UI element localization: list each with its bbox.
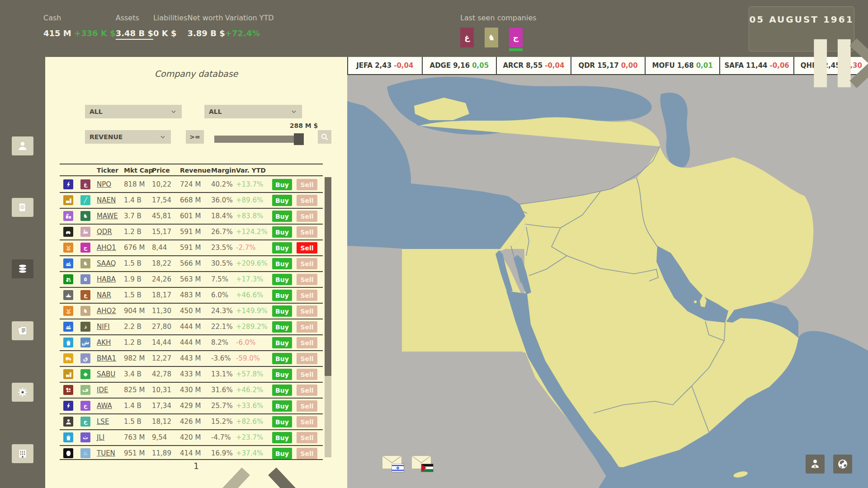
- buy-button[interactable]: Buy: [272, 416, 292, 427]
- sell-button[interactable]: Sell: [297, 290, 317, 301]
- chevron-down-icon: [159, 133, 166, 141]
- sidebar-item-ledger[interactable]: [12, 198, 33, 217]
- slider-handle[interactable]: [294, 133, 304, 145]
- ticker-link[interactable]: LSE: [97, 418, 109, 426]
- mail-israel[interactable]: [382, 455, 402, 469]
- ticker-link[interactable]: AHO1: [97, 244, 116, 252]
- ticker-quote[interactable]: QDR 15,17 0,00: [571, 57, 645, 74]
- ticker-quote[interactable]: ADGE 9,16 0,05: [423, 57, 496, 74]
- ticker-link[interactable]: NAR: [97, 291, 111, 299]
- search-button[interactable]: [318, 130, 331, 144]
- sidebar-item-settings[interactable]: [12, 383, 33, 402]
- ticker-link[interactable]: AHO2: [97, 307, 116, 315]
- mail-jordan[interactable]: [411, 455, 431, 469]
- ticker-link[interactable]: NAEN: [97, 196, 116, 204]
- next-page-button[interactable]: [214, 460, 224, 472]
- buy-button[interactable]: Buy: [272, 385, 292, 396]
- country-icon: ♞: [80, 258, 90, 268]
- buy-button[interactable]: Buy: [272, 337, 292, 348]
- trade-agent-button[interactable]: [806, 455, 825, 474]
- sell-button[interactable]: Sell: [297, 337, 317, 348]
- var-ytd-cell: +57.8%: [236, 370, 263, 378]
- sidebar-item-news[interactable]: [12, 321, 33, 340]
- bahrain-island[interactable]: [694, 300, 697, 303]
- revenue-threshold-slider[interactable]: [214, 136, 304, 143]
- sell-button[interactable]: Sell: [297, 258, 317, 269]
- play-button[interactable]: [795, 29, 808, 42]
- sell-button[interactable]: Sell: [297, 226, 317, 238]
- ticker-link[interactable]: NIFI: [97, 323, 110, 331]
- ticker-link[interactable]: TUEN: [97, 449, 115, 457]
- pause-button[interactable]: [764, 29, 777, 42]
- sell-button[interactable]: Sell: [297, 385, 317, 396]
- buy-button[interactable]: Buy: [272, 448, 292, 459]
- fast-forward-button[interactable]: [826, 29, 839, 42]
- buy-button[interactable]: Buy: [272, 400, 292, 412]
- sell-button[interactable]: Sell: [297, 369, 317, 380]
- metric-filter-dropdown[interactable]: REVENUE: [85, 130, 171, 144]
- ticker-link[interactable]: SABU: [97, 370, 115, 378]
- sidebar-item-companies[interactable]: [12, 444, 33, 463]
- ticker-quote[interactable]: ARCR 8,55 -0,04: [497, 57, 571, 74]
- buy-button[interactable]: Buy: [272, 321, 292, 333]
- sell-button[interactable]: Sell: [297, 353, 317, 364]
- sell-button[interactable]: Sell: [297, 274, 317, 285]
- buy-button[interactable]: Buy: [272, 369, 292, 380]
- last-seen-company-1[interactable]: غ: [460, 28, 474, 47]
- sell-button[interactable]: Sell: [297, 321, 317, 333]
- ticker-link[interactable]: SAAQ: [97, 259, 116, 267]
- buy-button[interactable]: Buy: [272, 290, 292, 301]
- buy-button[interactable]: Buy: [272, 179, 292, 190]
- ticker-link[interactable]: AWA: [97, 402, 112, 410]
- var-ytd-cell: -2.7%: [236, 244, 256, 252]
- sell-button[interactable]: Sell: [297, 416, 317, 427]
- sell-button[interactable]: Sell: [297, 211, 317, 222]
- stat-value: 0 K $: [153, 28, 177, 38]
- sell-button[interactable]: Sell: [297, 242, 317, 253]
- last-seen-company-3[interactable]: ج: [509, 28, 523, 47]
- scrollbar-thumb[interactable]: [325, 177, 331, 376]
- sell-button[interactable]: Sell: [297, 448, 317, 459]
- ticker-change: -0,04: [545, 61, 564, 70]
- ticker-link[interactable]: JLI: [97, 433, 104, 441]
- column-header: Revenue: [180, 167, 211, 174]
- industry-filter-dropdown[interactable]: ALL: [85, 105, 182, 118]
- ticker-link[interactable]: MAWE: [97, 212, 118, 220]
- prev-page-button[interactable]: [168, 460, 178, 472]
- buy-button[interactable]: Buy: [272, 353, 292, 364]
- sidebar-item-company-database[interactable]: [12, 259, 33, 278]
- ticker-quote[interactable]: JEFA 2,43 -0,04: [348, 57, 422, 74]
- table-scrollbar[interactable]: [325, 177, 331, 457]
- ticker-link[interactable]: HABA: [97, 275, 116, 283]
- buy-button[interactable]: Buy: [272, 274, 292, 285]
- margin-cell: -3.6%: [211, 354, 231, 362]
- column-header: Price: [152, 167, 170, 174]
- ticker-link[interactable]: BMA1: [97, 354, 116, 362]
- country-icon: ش: [80, 338, 90, 347]
- buy-button[interactable]: Buy: [272, 305, 292, 317]
- buy-button[interactable]: Buy: [272, 432, 292, 443]
- sell-button[interactable]: Sell: [297, 432, 317, 443]
- sell-button[interactable]: Sell: [297, 400, 317, 412]
- middle-east-map[interactable]: [347, 75, 868, 488]
- world-view-button[interactable]: [833, 455, 852, 474]
- buy-button[interactable]: Buy: [272, 258, 292, 269]
- sell-button[interactable]: Sell: [297, 179, 317, 190]
- last-seen-company-2[interactable]: ♞: [485, 28, 498, 47]
- ticker-link[interactable]: AKH: [97, 338, 111, 347]
- buy-button[interactable]: Buy: [272, 195, 292, 206]
- sell-button[interactable]: Sell: [297, 195, 317, 206]
- country-icon: غ: [80, 179, 90, 189]
- sell-button[interactable]: Sell: [297, 305, 317, 317]
- sidebar-item-profile[interactable]: [12, 136, 33, 155]
- buy-button[interactable]: Buy: [272, 226, 292, 238]
- country-filter-dropdown[interactable]: ALL: [204, 105, 302, 118]
- ticker-quote[interactable]: MOFU 1,68 0,01: [646, 57, 719, 74]
- buy-button[interactable]: Buy: [272, 242, 292, 253]
- ticker-link[interactable]: NPO: [97, 180, 111, 188]
- ticker-link[interactable]: QDR: [97, 228, 112, 236]
- buy-button[interactable]: Buy: [272, 211, 292, 222]
- comparison-operator-button[interactable]: >=: [186, 130, 204, 144]
- country-icon: ث: [80, 432, 90, 442]
- ticker-link[interactable]: IDE: [97, 386, 108, 394]
